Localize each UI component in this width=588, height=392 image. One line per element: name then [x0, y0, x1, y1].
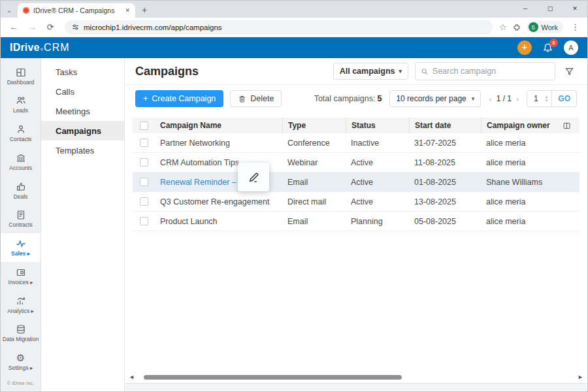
- back-icon[interactable]: ←: [6, 22, 22, 32]
- sidebar-item-deals[interactable]: Deals: [1, 176, 41, 205]
- delete-button[interactable]: Delete: [230, 90, 282, 107]
- create-campaign-button[interactable]: + Create Campaign: [135, 90, 223, 107]
- table-row[interactable]: Partner Networking Conference Inactive 3…: [133, 133, 580, 153]
- sidebar-item-sales[interactable]: Sales ▸: [1, 233, 41, 262]
- row-checkbox[interactable]: [140, 178, 148, 186]
- next-page-icon[interactable]: ›: [516, 94, 519, 104]
- site-settings-icon[interactable]: [71, 23, 80, 31]
- sales-submenu: Tasks Calls Meetings Campaigns Templates: [41, 58, 125, 391]
- browser-menu-icon[interactable]: ⋮: [568, 22, 582, 32]
- spinner-down-icon[interactable]: ▼: [544, 99, 548, 103]
- sidebar-item-data-migration[interactable]: Data Migration: [1, 319, 41, 348]
- submenu-item-tasks[interactable]: Tasks: [41, 62, 124, 82]
- browser-tab[interactable]: IDrive® CRM - Campaigns ✕: [18, 3, 135, 18]
- window-maximize-button[interactable]: ▢: [538, 1, 563, 16]
- sidebar-item-accounts[interactable]: Accounts: [1, 148, 41, 176]
- submenu-item-calls[interactable]: Calls: [41, 82, 124, 101]
- tab-close-icon[interactable]: ✕: [125, 7, 130, 14]
- campaign-filter-dropdown[interactable]: All campaigns ▾: [333, 63, 408, 80]
- browser-toolbar: ← → ⟳ microchip1.idrivecrm.com/app/campa…: [1, 18, 587, 37]
- scrollbar-track[interactable]: [137, 374, 575, 380]
- sidebar-item-leads[interactable]: Leads: [1, 91, 41, 120]
- table-row[interactable]: Product Launch Email Planning 05-08-2025…: [133, 212, 580, 231]
- sidebar-item-invoices[interactable]: Invoices ▸: [1, 262, 41, 291]
- new-tab-button[interactable]: +: [135, 5, 154, 18]
- pagination: ‹ 1 / 1 ›: [489, 94, 519, 104]
- dashboard-icon: [16, 67, 26, 78]
- sidebar-item-contracts[interactable]: Contracts: [1, 205, 41, 234]
- row-checkbox[interactable]: [140, 158, 148, 167]
- bookmark-star-icon[interactable]: ☆: [499, 22, 507, 32]
- forward-icon[interactable]: →: [24, 22, 40, 32]
- horizontal-scrollbar[interactable]: ◄ ►: [129, 373, 583, 381]
- columns-icon: [563, 122, 571, 130]
- sidebar-item-contacts[interactable]: Contacts: [1, 119, 41, 148]
- total-campaigns: Total campaigns:5: [314, 94, 382, 103]
- prev-page-icon[interactable]: ‹: [489, 94, 491, 104]
- tab-search-icon[interactable]: ⌄: [1, 7, 18, 18]
- table-row[interactable]: CRM Automation Tips Webinar Active 11-08…: [133, 153, 580, 172]
- campaign-name-cell[interactable]: Partner Networking: [155, 139, 282, 148]
- user-avatar[interactable]: A: [564, 41, 578, 55]
- campaign-name-cell[interactable]: Q3 Customer Re-engagement: [155, 197, 282, 206]
- sidebar-copyright: © IDrive Inc.: [1, 376, 41, 391]
- reload-icon[interactable]: ⟳: [42, 22, 58, 32]
- sidebar-item-dashboard[interactable]: Dashboard: [1, 62, 41, 91]
- column-header-status[interactable]: Status: [346, 118, 409, 133]
- address-bar[interactable]: microchip1.idrivecrm.com/app/campaigns: [65, 20, 493, 35]
- submenu-item-templates[interactable]: Templates: [41, 140, 124, 160]
- logo-text: IDrive: [10, 42, 40, 54]
- records-per-page-dropdown[interactable]: 10 records per page ▾: [389, 90, 481, 107]
- column-header-start-date[interactable]: Start date: [409, 118, 481, 133]
- contacts-icon: [16, 124, 26, 135]
- idrive-crm-logo: IDrive®CRM: [10, 42, 70, 54]
- column-header-campaign-owner[interactable]: Campaign owner: [481, 118, 553, 133]
- row-checkbox[interactable]: [140, 139, 148, 147]
- table-row[interactable]: Q3 Customer Re-engagement Direct mail Ac…: [133, 192, 580, 212]
- page-indicator: 1 / 1: [497, 94, 512, 103]
- filter-funnel-button[interactable]: [562, 64, 577, 79]
- search-input[interactable]: [433, 67, 549, 76]
- browser-titlebar: ⌄ IDrive® CRM - Campaigns ✕ + ─ ▢ ✕: [1, 1, 587, 18]
- scroll-left-icon[interactable]: ◄: [129, 374, 135, 380]
- campaigns-panel: Campaigns All campaigns ▾ + Create Campa…: [125, 58, 587, 391]
- table-toolbar: + Create Campaign Delete Total campaigns…: [125, 85, 587, 112]
- total-campaigns-count: 5: [377, 94, 382, 103]
- browser-profile-chip[interactable]: S Work: [527, 21, 563, 33]
- browser-window: ⌄ IDrive® CRM - Campaigns ✕ + ─ ▢ ✕ ← → …: [0, 0, 588, 392]
- pencil-icon: [248, 171, 260, 184]
- window-minimize-button[interactable]: ─: [513, 1, 538, 16]
- invoices-icon: [16, 267, 26, 278]
- go-button[interactable]: GO: [551, 91, 576, 106]
- page-title: Campaigns: [135, 65, 199, 78]
- submenu-item-meetings[interactable]: Meetings: [41, 101, 124, 121]
- submenu-item-campaigns[interactable]: Campaigns: [41, 121, 124, 140]
- sidebar-item-settings[interactable]: ⚙ Settings ▸: [1, 348, 41, 376]
- window-close-button[interactable]: ✕: [563, 1, 587, 16]
- favicon-idrive-icon: [23, 7, 29, 14]
- column-settings-button[interactable]: [553, 122, 580, 130]
- leads-icon: [16, 95, 26, 106]
- campaign-search[interactable]: [415, 62, 555, 80]
- sidebar-item-analytics[interactable]: Analytics ▸: [1, 291, 41, 319]
- notifications-button[interactable]: 6: [542, 42, 553, 54]
- table-header-row: Campaign Name Type Status Start date Cam…: [133, 118, 580, 133]
- accounts-icon: [16, 153, 26, 163]
- tab-title: IDrive® CRM - Campaigns: [33, 7, 121, 14]
- campaign-name-cell[interactable]: Product Launch: [155, 217, 282, 226]
- scroll-right-icon[interactable]: ►: [578, 374, 583, 380]
- scrollbar-thumb[interactable]: [144, 375, 402, 380]
- deals-icon: [16, 182, 26, 192]
- table-row-highlighted[interactable]: Renewal Reminder – 30 ... Email Active 0…: [133, 172, 580, 192]
- column-header-type[interactable]: Type: [282, 118, 346, 133]
- row-checkbox[interactable]: [140, 197, 148, 206]
- row-checkbox[interactable]: [140, 217, 148, 225]
- page-number-stepper[interactable]: ▲ ▼: [544, 91, 551, 106]
- main-sidebar: Dashboard Leads Contacts Accounts Deals …: [1, 58, 41, 391]
- quick-add-button[interactable]: +: [517, 41, 532, 55]
- select-all-checkbox[interactable]: [140, 122, 148, 130]
- page-number-input[interactable]: [527, 91, 544, 106]
- edit-campaign-button[interactable]: [238, 163, 269, 191]
- column-header-campaign-name[interactable]: Campaign Name: [155, 121, 282, 130]
- extensions-puzzle-icon[interactable]: [512, 23, 521, 32]
